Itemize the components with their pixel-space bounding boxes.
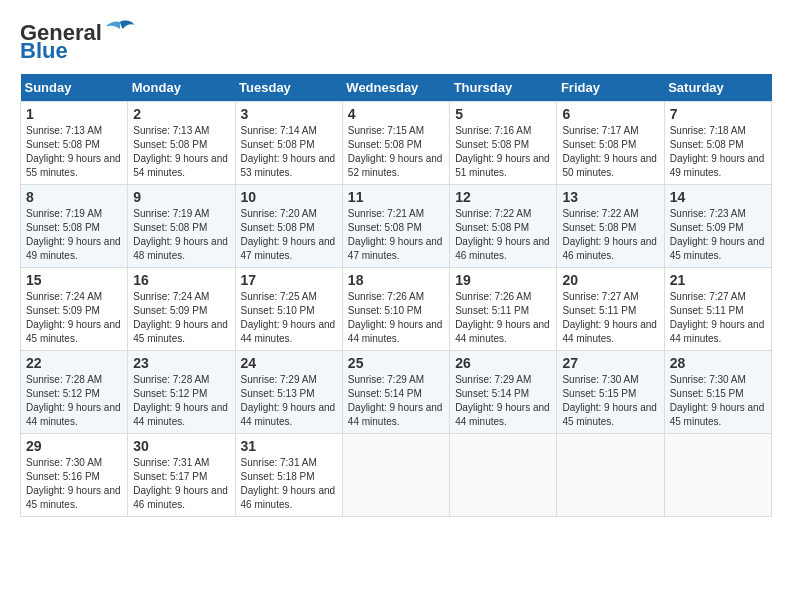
day-number: 4	[348, 106, 444, 122]
weekday-header-wednesday: Wednesday	[342, 74, 449, 102]
calendar-cell	[557, 434, 664, 517]
day-info: Sunrise: 7:13 AMSunset: 5:08 PMDaylight:…	[133, 124, 229, 180]
day-number: 9	[133, 189, 229, 205]
calendar-cell: 13Sunrise: 7:22 AMSunset: 5:08 PMDayligh…	[557, 185, 664, 268]
day-info: Sunrise: 7:26 AMSunset: 5:11 PMDaylight:…	[455, 290, 551, 346]
calendar-cell: 20Sunrise: 7:27 AMSunset: 5:11 PMDayligh…	[557, 268, 664, 351]
day-info: Sunrise: 7:31 AMSunset: 5:18 PMDaylight:…	[241, 456, 337, 512]
calendar-cell: 29Sunrise: 7:30 AMSunset: 5:16 PMDayligh…	[21, 434, 128, 517]
day-number: 14	[670, 189, 766, 205]
calendar-cell	[342, 434, 449, 517]
day-info: Sunrise: 7:27 AMSunset: 5:11 PMDaylight:…	[670, 290, 766, 346]
day-number: 19	[455, 272, 551, 288]
day-number: 16	[133, 272, 229, 288]
day-info: Sunrise: 7:24 AMSunset: 5:09 PMDaylight:…	[133, 290, 229, 346]
calendar-cell: 8Sunrise: 7:19 AMSunset: 5:08 PMDaylight…	[21, 185, 128, 268]
day-info: Sunrise: 7:23 AMSunset: 5:09 PMDaylight:…	[670, 207, 766, 263]
header: General Blue	[20, 20, 772, 64]
calendar-cell: 16Sunrise: 7:24 AMSunset: 5:09 PMDayligh…	[128, 268, 235, 351]
logo: General Blue	[20, 20, 134, 64]
day-number: 3	[241, 106, 337, 122]
calendar-cell: 31Sunrise: 7:31 AMSunset: 5:18 PMDayligh…	[235, 434, 342, 517]
week-row-2: 8Sunrise: 7:19 AMSunset: 5:08 PMDaylight…	[21, 185, 772, 268]
calendar-cell: 4Sunrise: 7:15 AMSunset: 5:08 PMDaylight…	[342, 102, 449, 185]
week-row-5: 29Sunrise: 7:30 AMSunset: 5:16 PMDayligh…	[21, 434, 772, 517]
calendar-cell: 15Sunrise: 7:24 AMSunset: 5:09 PMDayligh…	[21, 268, 128, 351]
day-info: Sunrise: 7:28 AMSunset: 5:12 PMDaylight:…	[133, 373, 229, 429]
day-number: 8	[26, 189, 122, 205]
day-number: 15	[26, 272, 122, 288]
day-info: Sunrise: 7:30 AMSunset: 5:15 PMDaylight:…	[562, 373, 658, 429]
day-info: Sunrise: 7:16 AMSunset: 5:08 PMDaylight:…	[455, 124, 551, 180]
weekday-header-friday: Friday	[557, 74, 664, 102]
day-info: Sunrise: 7:18 AMSunset: 5:08 PMDaylight:…	[670, 124, 766, 180]
calendar-cell: 30Sunrise: 7:31 AMSunset: 5:17 PMDayligh…	[128, 434, 235, 517]
weekday-header-tuesday: Tuesday	[235, 74, 342, 102]
weekday-header-row: SundayMondayTuesdayWednesdayThursdayFrid…	[21, 74, 772, 102]
day-info: Sunrise: 7:25 AMSunset: 5:10 PMDaylight:…	[241, 290, 337, 346]
day-number: 22	[26, 355, 122, 371]
calendar-cell: 21Sunrise: 7:27 AMSunset: 5:11 PMDayligh…	[664, 268, 771, 351]
day-number: 13	[562, 189, 658, 205]
day-info: Sunrise: 7:22 AMSunset: 5:08 PMDaylight:…	[562, 207, 658, 263]
day-number: 18	[348, 272, 444, 288]
weekday-header-monday: Monday	[128, 74, 235, 102]
day-info: Sunrise: 7:17 AMSunset: 5:08 PMDaylight:…	[562, 124, 658, 180]
day-number: 29	[26, 438, 122, 454]
weekday-header-thursday: Thursday	[450, 74, 557, 102]
day-number: 2	[133, 106, 229, 122]
calendar-cell: 11Sunrise: 7:21 AMSunset: 5:08 PMDayligh…	[342, 185, 449, 268]
calendar-cell: 12Sunrise: 7:22 AMSunset: 5:08 PMDayligh…	[450, 185, 557, 268]
logo-blue-text: Blue	[20, 38, 68, 64]
calendar-table: SundayMondayTuesdayWednesdayThursdayFrid…	[20, 74, 772, 517]
calendar-cell: 19Sunrise: 7:26 AMSunset: 5:11 PMDayligh…	[450, 268, 557, 351]
calendar-cell: 25Sunrise: 7:29 AMSunset: 5:14 PMDayligh…	[342, 351, 449, 434]
logo-bird-icon	[106, 19, 134, 39]
day-info: Sunrise: 7:31 AMSunset: 5:17 PMDaylight:…	[133, 456, 229, 512]
day-number: 23	[133, 355, 229, 371]
day-number: 27	[562, 355, 658, 371]
day-number: 26	[455, 355, 551, 371]
calendar-cell: 18Sunrise: 7:26 AMSunset: 5:10 PMDayligh…	[342, 268, 449, 351]
calendar-cell	[450, 434, 557, 517]
calendar-cell	[664, 434, 771, 517]
day-number: 30	[133, 438, 229, 454]
day-info: Sunrise: 7:28 AMSunset: 5:12 PMDaylight:…	[26, 373, 122, 429]
calendar-cell: 1Sunrise: 7:13 AMSunset: 5:08 PMDaylight…	[21, 102, 128, 185]
day-info: Sunrise: 7:29 AMSunset: 5:13 PMDaylight:…	[241, 373, 337, 429]
day-number: 20	[562, 272, 658, 288]
calendar-cell: 23Sunrise: 7:28 AMSunset: 5:12 PMDayligh…	[128, 351, 235, 434]
day-info: Sunrise: 7:26 AMSunset: 5:10 PMDaylight:…	[348, 290, 444, 346]
day-number: 28	[670, 355, 766, 371]
week-row-3: 15Sunrise: 7:24 AMSunset: 5:09 PMDayligh…	[21, 268, 772, 351]
calendar-cell: 9Sunrise: 7:19 AMSunset: 5:08 PMDaylight…	[128, 185, 235, 268]
day-number: 12	[455, 189, 551, 205]
day-number: 7	[670, 106, 766, 122]
day-info: Sunrise: 7:29 AMSunset: 5:14 PMDaylight:…	[455, 373, 551, 429]
day-info: Sunrise: 7:19 AMSunset: 5:08 PMDaylight:…	[26, 207, 122, 263]
day-number: 21	[670, 272, 766, 288]
page-container: General Blue SundayMondayTuesdayWednesda…	[20, 20, 772, 517]
week-row-1: 1Sunrise: 7:13 AMSunset: 5:08 PMDaylight…	[21, 102, 772, 185]
calendar-cell: 28Sunrise: 7:30 AMSunset: 5:15 PMDayligh…	[664, 351, 771, 434]
day-info: Sunrise: 7:29 AMSunset: 5:14 PMDaylight:…	[348, 373, 444, 429]
calendar-cell: 26Sunrise: 7:29 AMSunset: 5:14 PMDayligh…	[450, 351, 557, 434]
day-info: Sunrise: 7:19 AMSunset: 5:08 PMDaylight:…	[133, 207, 229, 263]
day-number: 1	[26, 106, 122, 122]
day-info: Sunrise: 7:30 AMSunset: 5:15 PMDaylight:…	[670, 373, 766, 429]
calendar-cell: 7Sunrise: 7:18 AMSunset: 5:08 PMDaylight…	[664, 102, 771, 185]
calendar-cell: 14Sunrise: 7:23 AMSunset: 5:09 PMDayligh…	[664, 185, 771, 268]
day-number: 5	[455, 106, 551, 122]
day-info: Sunrise: 7:13 AMSunset: 5:08 PMDaylight:…	[26, 124, 122, 180]
day-number: 17	[241, 272, 337, 288]
weekday-header-saturday: Saturday	[664, 74, 771, 102]
calendar-cell: 24Sunrise: 7:29 AMSunset: 5:13 PMDayligh…	[235, 351, 342, 434]
day-number: 10	[241, 189, 337, 205]
day-info: Sunrise: 7:24 AMSunset: 5:09 PMDaylight:…	[26, 290, 122, 346]
calendar-cell: 2Sunrise: 7:13 AMSunset: 5:08 PMDaylight…	[128, 102, 235, 185]
weekday-header-sunday: Sunday	[21, 74, 128, 102]
calendar-cell: 27Sunrise: 7:30 AMSunset: 5:15 PMDayligh…	[557, 351, 664, 434]
week-row-4: 22Sunrise: 7:28 AMSunset: 5:12 PMDayligh…	[21, 351, 772, 434]
day-info: Sunrise: 7:20 AMSunset: 5:08 PMDaylight:…	[241, 207, 337, 263]
day-number: 31	[241, 438, 337, 454]
